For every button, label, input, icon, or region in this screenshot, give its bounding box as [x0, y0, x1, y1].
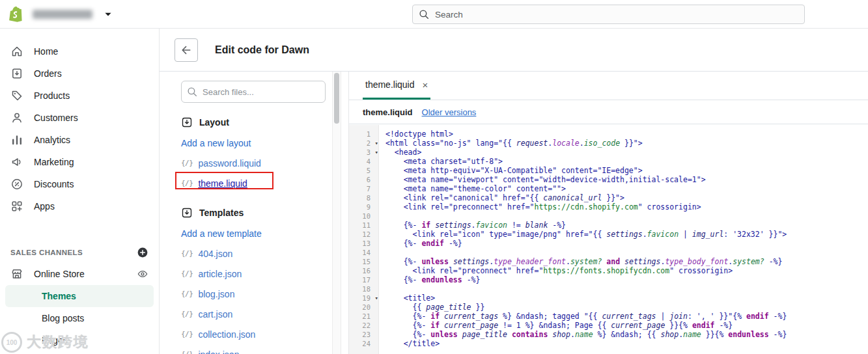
- line-number: 9: [367, 202, 371, 211]
- older-versions-link[interactable]: Older versions: [422, 107, 477, 117]
- line-number: 17: [362, 275, 371, 284]
- search-files-input[interactable]: [181, 81, 326, 103]
- gutter-cell: 4: [349, 157, 379, 166]
- code-line: 9 <link rel="preconnect" href="https://c…: [349, 202, 868, 211]
- sidebar-item-marketing[interactable]: Marketing: [0, 151, 159, 173]
- gutter-cell: 18: [349, 284, 379, 293]
- line-number: 23: [362, 330, 371, 339]
- sidebar-subitem-navigation[interactable]: Navigation: [5, 351, 154, 354]
- fold-arrow-icon[interactable]: ▾: [375, 139, 378, 148]
- arrow-left-icon: [180, 44, 193, 57]
- section-title: Layout: [199, 117, 229, 128]
- code-line: 15 {%- unless settings.type_header_font.…: [349, 257, 868, 266]
- sidebar-subitem-blog-posts[interactable]: Blog posts: [5, 307, 154, 329]
- home-icon: [10, 45, 23, 58]
- add-sales-channel-button[interactable]: [137, 247, 148, 258]
- scrollbar-thumb[interactable]: [334, 73, 339, 124]
- code-line: 11 {%- if settings.favicon != blank -%}: [349, 221, 868, 230]
- code-line: 12 <link rel="icon" type="image/png" hre…: [349, 230, 868, 239]
- back-button[interactable]: [175, 38, 198, 62]
- code-line: 14: [349, 248, 868, 257]
- line-number: 22: [362, 321, 371, 330]
- code-line: 19▾ <title>: [349, 293, 868, 303]
- tab-label: theme.liquid: [365, 79, 415, 90]
- line-number: 15: [362, 257, 371, 266]
- code-line: 8 <link rel="canonical" href="{{ canonic…: [349, 193, 868, 202]
- code-text: <head>: [379, 148, 421, 157]
- file-password-liquid[interactable]: {/}password.liquid: [181, 153, 326, 173]
- sidebar-item-customers[interactable]: Customers: [0, 107, 159, 129]
- sidebar-subitem-pages[interactable]: Pages: [5, 329, 154, 351]
- section-layout-header[interactable]: Layout: [181, 116, 326, 128]
- code-area[interactable]: 1<!doctype html>2▾<html class="no-js" la…: [349, 125, 868, 354]
- code-line: 1<!doctype html>: [349, 129, 868, 139]
- line-number: 21: [362, 312, 371, 321]
- gutter-cell: 3▾: [349, 148, 379, 157]
- file-article-json[interactable]: {/}article.json: [181, 264, 326, 284]
- line-number: 13: [362, 239, 371, 248]
- code-text: {%- if settings.favicon != blank -%}: [379, 221, 566, 230]
- add-a-new-template-link[interactable]: Add a new template: [181, 223, 326, 243]
- sidebar-item-label: Discounts: [34, 179, 74, 189]
- code-line: 22 {%- if current_page != 1 %} &ndash; P…: [349, 321, 868, 330]
- view-store-eye-icon[interactable]: [137, 268, 148, 280]
- sidebar-item-label: Marketing: [34, 157, 74, 167]
- sales-channels-row: SALES CHANNELS: [0, 242, 159, 263]
- code-text: {%- unless settings.type_header_font.sys…: [379, 257, 782, 266]
- line-number: 3: [367, 148, 371, 157]
- code-file-icon: {/}: [181, 159, 193, 167]
- page-title: Edit code for Dawn: [215, 29, 309, 72]
- line-number: 14: [362, 248, 371, 257]
- sidebar-item-home[interactable]: Home: [0, 40, 159, 62]
- section-templates-header[interactable]: Templates: [181, 207, 326, 219]
- file-blog-json[interactable]: {/}blog.json: [181, 284, 326, 304]
- fold-arrow-icon[interactable]: ▾: [375, 293, 378, 303]
- line-number: 10: [362, 211, 371, 221]
- code-line: 7 <meta name="theme-color" content="">: [349, 184, 868, 193]
- code-line: 17 {%- endunless -%}: [349, 275, 868, 284]
- store-menu-caret-down-icon[interactable]: [102, 8, 115, 21]
- file-collection-json[interactable]: {/}collection.json: [181, 324, 326, 344]
- code-text: [379, 211, 385, 221]
- file-panel-scrollbar[interactable]: [332, 72, 341, 354]
- gutter-cell: 12: [349, 230, 379, 239]
- file-cart-json[interactable]: {/}cart.json: [181, 304, 326, 324]
- file-browser-panel: LayoutAdd a new layout{/}password.liquid…: [160, 72, 332, 354]
- code-text: </title>: [379, 339, 440, 348]
- file-index-json[interactable]: {/}index.json: [181, 344, 326, 354]
- close-tab-icon[interactable]: ×: [423, 80, 428, 90]
- code-file-icon: {/}: [181, 330, 193, 338]
- sidebar-item-discounts[interactable]: Discounts: [0, 173, 159, 195]
- sidebar-item-apps[interactable]: Apps: [0, 195, 159, 217]
- code-text: {%- endunless -%}: [379, 275, 480, 284]
- code-text: {%- endif -%}: [379, 239, 462, 248]
- fold-arrow-icon[interactable]: ▾: [375, 148, 378, 157]
- page-header: Edit code for Dawn: [160, 29, 868, 72]
- code-text: [379, 248, 385, 257]
- add-a-new-layout-link[interactable]: Add a new layout: [181, 133, 326, 153]
- code-line: 21 {%- if current_tags %} &ndash; tagged…: [349, 312, 868, 321]
- line-number: 11: [362, 221, 371, 230]
- line-number: 16: [362, 266, 371, 275]
- gutter-cell: 7: [349, 184, 379, 193]
- line-number: 2: [367, 139, 371, 148]
- sidebar-item-orders[interactable]: Orders: [0, 62, 159, 85]
- code-line: 4 <meta charset="utf-8">: [349, 157, 868, 166]
- sidebar: HomeOrdersProductsCustomersAnalyticsMark…: [0, 29, 160, 354]
- file-name: index.json: [198, 349, 239, 354]
- file-404-json[interactable]: {/}404.json: [181, 243, 326, 264]
- sidebar-item-analytics[interactable]: Analytics: [0, 129, 159, 151]
- tab-theme-liquid[interactable]: theme.liquid ×: [363, 72, 430, 100]
- sidebar-subitem-themes[interactable]: Themes: [5, 285, 154, 307]
- file-name: collection.json: [198, 329, 255, 340]
- file-theme-liquid[interactable]: {/}theme.liquid: [181, 173, 326, 193]
- subitem-label: Pages: [42, 335, 68, 346]
- section-title: Templates: [199, 208, 244, 218]
- shopify-logo-icon[interactable]: [8, 5, 25, 23]
- orders-icon: [10, 67, 23, 80]
- store-name-redacted[interactable]: [33, 10, 92, 19]
- sidebar-item-products[interactable]: Products: [0, 85, 159, 107]
- sidebar-item-online-store[interactable]: Online Store: [0, 263, 159, 285]
- global-search-input[interactable]: [412, 5, 805, 24]
- code-text: <meta name="theme-color" content="">: [379, 184, 566, 193]
